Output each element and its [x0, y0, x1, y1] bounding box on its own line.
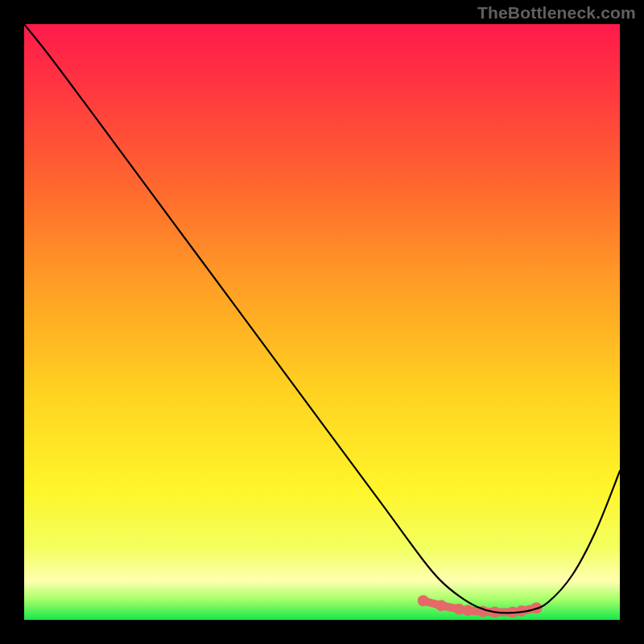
watermark-text: TheBottleneck.com	[477, 3, 636, 23]
optimal-range-dot	[436, 600, 447, 611]
chart-frame: TheBottleneck.com	[0, 0, 644, 644]
optimal-range-dot	[462, 605, 473, 616]
bottleneck-chart	[24, 24, 620, 620]
plot-area	[24, 24, 620, 620]
gradient-background	[24, 24, 620, 620]
optimal-range-dot	[418, 595, 429, 606]
